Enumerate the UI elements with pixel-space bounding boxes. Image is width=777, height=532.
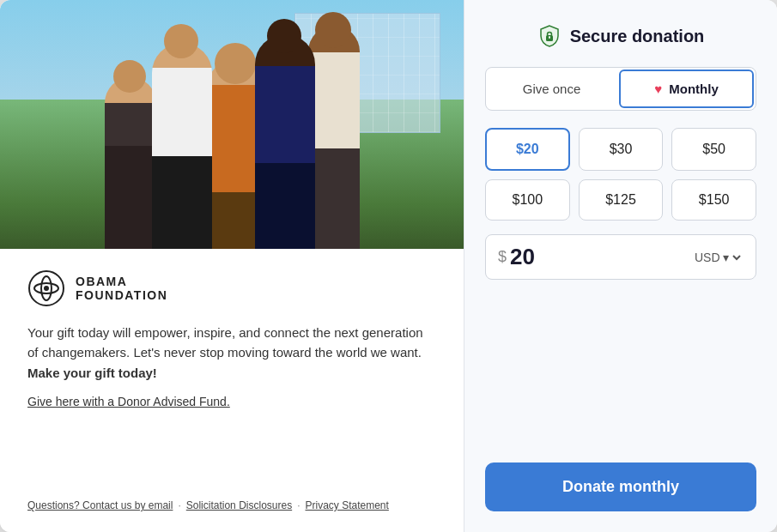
amount-btn-125[interactable]: $125	[579, 179, 664, 221]
content-area: OBAMA FOUNDATION Your gift today will em…	[0, 249, 464, 532]
logo-area: OBAMA FOUNDATION	[27, 269, 436, 307]
shield-lock-icon	[537, 24, 562, 48]
secure-header: Secure donation	[485, 24, 756, 48]
description: Your gift today will empower, inspire, a…	[27, 323, 436, 383]
donor-link[interactable]: Give here with a Donor Advised Fund.	[27, 395, 436, 408]
contact-link[interactable]: Questions? Contact us by email	[27, 499, 173, 511]
monthly-tab[interactable]: ♥ Monthly	[619, 70, 754, 108]
photo-area	[0, 0, 464, 249]
currency-symbol: $	[498, 248, 507, 266]
main-container: OBAMA FOUNDATION Your gift today will em…	[0, 0, 777, 532]
footer-links: Questions? Contact us by email · Solicit…	[27, 499, 436, 511]
amount-btn-30[interactable]: $30	[579, 128, 664, 171]
amount-btn-50[interactable]: $50	[671, 128, 756, 171]
donate-monthly-button[interactable]: Donate monthly	[485, 462, 756, 511]
privacy-link[interactable]: Privacy Statement	[306, 499, 389, 511]
description-text: Your gift today will empower, inspire, a…	[27, 325, 423, 360]
logo-text: OBAMA FOUNDATION	[76, 275, 167, 302]
svg-point-3	[44, 286, 49, 291]
amount-input[interactable]	[510, 244, 691, 270]
right-panel: Secure donation Give once ♥ Monthly $20 …	[464, 0, 777, 532]
secure-donation-title: Secure donation	[570, 27, 705, 46]
give-once-tab[interactable]: Give once	[486, 68, 617, 110]
amount-btn-150[interactable]: $150	[671, 179, 756, 221]
sep-1: ·	[178, 499, 180, 511]
person-1	[105, 77, 156, 249]
amount-btn-100[interactable]: $100	[485, 179, 570, 221]
person-4	[255, 34, 315, 249]
cta-bold: Make your gift today!	[27, 366, 157, 380]
heart-icon: ♥	[654, 82, 662, 96]
svg-rect-6	[549, 36, 550, 39]
logo-icon	[27, 269, 65, 307]
amount-btn-20[interactable]: $20	[485, 128, 570, 171]
frequency-tabs: Give once ♥ Monthly	[485, 67, 756, 111]
left-panel: OBAMA FOUNDATION Your gift today will em…	[0, 0, 464, 532]
amount-grid: $20 $30 $50 $100 $125 $150	[485, 128, 756, 221]
monthly-tab-label: Monthly	[669, 82, 719, 96]
person-5	[308, 26, 360, 249]
sep-2: ·	[297, 499, 300, 511]
disclosures-link[interactable]: Solicitation Disclosures	[186, 499, 292, 511]
people-group	[0, 25, 464, 249]
person-2	[152, 43, 212, 249]
logo-name: OBAMA	[76, 275, 167, 288]
currency-select[interactable]: USD ▾	[691, 250, 744, 265]
logo-sub: FOUNDATION	[76, 288, 167, 302]
custom-amount-field: $ USD ▾	[485, 234, 756, 280]
